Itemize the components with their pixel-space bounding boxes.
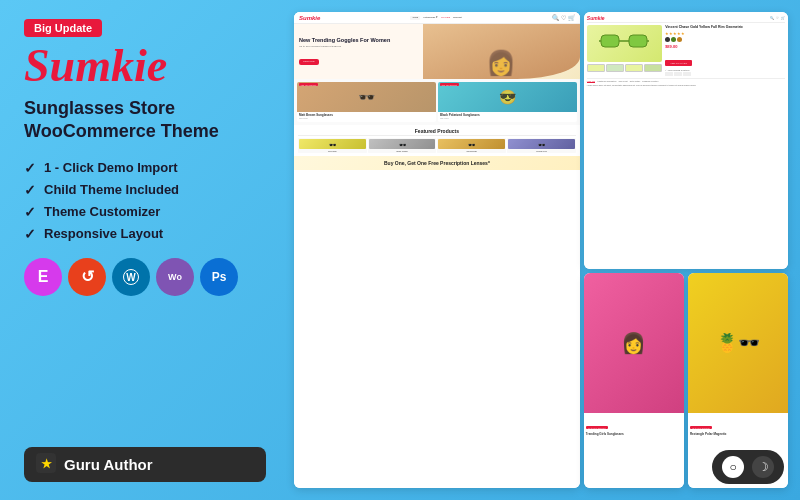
center-screenshots: Sumkie Shop Categories ▾ On Sale Wishlis… (294, 12, 580, 488)
right-panel: Sumkie Shop Categories ▾ On Sale Wishlis… (290, 0, 800, 500)
add-to-cart-btn: ADD TO CART (665, 60, 692, 66)
brand-title: Sumkie (24, 43, 266, 89)
photoshop-icon: Ps (200, 258, 238, 296)
feature-item-4: ✓ Responsive Layout (24, 226, 266, 242)
glasses-svg (599, 29, 649, 54)
main-screenshot: Sumkie Shop Categories ▾ On Sale Wishlis… (294, 12, 580, 488)
customizer-icon: ↺ (68, 258, 106, 296)
check-icon-1: ✓ (24, 160, 36, 176)
light-mode-icon: ○ (722, 456, 744, 478)
detail-logo: Sumkie (587, 15, 605, 21)
woocommerce-icon: Wo (156, 258, 194, 296)
big-update-badge: Big Update (24, 19, 102, 37)
feature-text-3: Theme Customizer (44, 204, 160, 219)
guru-author-label: Guru Author (64, 456, 153, 473)
feature-text-4: Responsive Layout (44, 226, 163, 241)
check-icon-4: ✓ (24, 226, 36, 242)
detail-product-title: Vincent Chase Gold Yellow Full Rim Geome… (665, 25, 785, 30)
subtitle-line2: WooCommerce Theme (24, 121, 219, 141)
gallery2-label: Rectangle Polar Magnetic (690, 433, 786, 437)
mock-hero-btn: Shop Now (299, 59, 319, 65)
left-panel: Big Update Sumkie Sunglasses Store WooCo… (0, 0, 290, 500)
featured-title: Featured Products (298, 128, 576, 136)
gallery-item-1: 👩 Up to 20% Discount Trending Girls Sung… (584, 273, 684, 488)
feature-item-1: ✓ 1 - Click Demo Import (24, 160, 266, 176)
svg-rect-4 (601, 35, 619, 47)
subtitle-line1: Sunglasses Store (24, 98, 175, 118)
detail-screenshot: Sumkie 🔍♡🛒 (584, 12, 788, 269)
mock-hero-title: New Trending Goggles For Women (299, 37, 390, 44)
check-icon-2: ✓ (24, 182, 36, 198)
mock-logo: Sumkie (299, 15, 320, 21)
gallery1-label: Trending Girls Sunglasses (586, 433, 682, 437)
tech-icons: E ↺ W Wo Ps (24, 258, 266, 296)
brand-subtitle: Sunglasses Store WooCommerce Theme (24, 97, 266, 144)
svg-text:W: W (126, 272, 136, 283)
svg-text:★: ★ (41, 457, 52, 471)
promo-title: Buy One, Get One Free Prescription Lense… (298, 160, 576, 166)
check-icon-3: ✓ (24, 204, 36, 220)
feature-text-1: 1 - Click Demo Import (44, 160, 178, 175)
guru-star-icon: ★ (36, 453, 56, 476)
wordpress-icon: W (112, 258, 150, 296)
feature-text-2: Child Theme Included (44, 182, 179, 197)
feature-item-3: ✓ Theme Customizer (24, 204, 266, 220)
elementor-icon: E (24, 258, 62, 296)
svg-rect-5 (629, 35, 647, 47)
mock-hero-sub: Up to 30% Off Best Selling at $180.00 (299, 45, 390, 48)
guru-author-badge: ★ Guru Author (24, 447, 266, 482)
main-container: Big Update Sumkie Sunglasses Store WooCo… (0, 0, 800, 500)
dark-mode-icon: ☽ (752, 456, 774, 478)
feature-item-2: ✓ Child Theme Included (24, 182, 266, 198)
dark-mode-toggle[interactable]: ○ ☽ (712, 450, 784, 484)
right-screenshots: Sumkie 🔍♡🛒 (584, 12, 788, 488)
features-list: ✓ 1 - Click Demo Import ✓ Child Theme In… (24, 160, 266, 242)
